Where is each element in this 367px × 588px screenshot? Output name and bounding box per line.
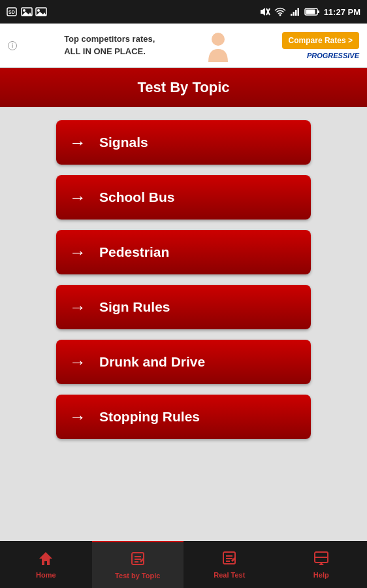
ad-right: Compare Rates > PROGRESSIVE (282, 32, 359, 59)
image2-icon (35, 7, 47, 16)
time-display: 11:27 PM (324, 7, 360, 17)
svg-rect-14 (293, 12, 295, 16)
compare-rates-button[interactable]: Compare Rates > (282, 32, 359, 49)
topic-label: Stopping Rules (99, 409, 200, 425)
image-icon (21, 7, 33, 16)
svg-rect-19 (306, 10, 315, 14)
nav-item-help[interactable]: Help (276, 541, 368, 588)
arrow-icon: → (69, 242, 86, 263)
topic-button-pedestrian[interactable]: →Pedestrian (56, 230, 311, 274)
bottom-nav: HomeTest by TopicReal TestHelp (0, 541, 367, 588)
battery-icon (304, 7, 320, 16)
ad-banner: i Top competitors rates, ALL IN ONE PLAC… (0, 24, 367, 68)
nav-item-home[interactable]: Home (0, 541, 92, 588)
test-by-topic-icon (131, 551, 145, 570)
svg-rect-13 (291, 14, 293, 16)
real-test-icon (222, 551, 236, 569)
topic-button-stopping-rules[interactable]: →Stopping Rules (56, 395, 311, 439)
svg-text:SD: SD (8, 10, 15, 14)
svg-marker-7 (36, 12, 46, 16)
topic-label: School Bus (99, 189, 175, 205)
svg-point-20 (212, 33, 225, 46)
svg-point-3 (23, 9, 25, 12)
mute-icon (260, 7, 270, 16)
ad-line1: Top competitors rates, (64, 33, 155, 45)
nav-label-real-test: Real Test (214, 571, 245, 579)
ad-info-icon[interactable]: i (8, 41, 17, 50)
help-icon (313, 551, 329, 569)
status-bar: SD (0, 0, 367, 24)
svg-marker-4 (22, 12, 32, 16)
nav-label-test-by-topic: Test by Topic (115, 572, 160, 580)
ad-logo: PROGRESSIVE (307, 52, 359, 59)
svg-rect-9 (261, 10, 263, 14)
ad-line2: ALL IN ONE PLACE. (64, 46, 155, 57)
svg-point-6 (37, 9, 40, 12)
nav-label-home: Home (36, 571, 56, 579)
svg-marker-8 (263, 8, 265, 16)
status-bar-left: SD (7, 7, 47, 16)
wifi-icon (274, 7, 286, 16)
topic-button-drunk-and-drive[interactable]: →Drunk and Drive (56, 340, 311, 384)
arrow-icon: → (69, 407, 86, 427)
header: Test By Topic (0, 68, 367, 107)
topic-label: Sign Rules (99, 299, 170, 315)
ad-text: Top competitors rates, ALL IN ONE PLACE. (64, 33, 155, 57)
topic-label: Pedestrian (99, 244, 169, 260)
svg-rect-15 (295, 10, 297, 16)
arrow-icon: → (69, 188, 86, 208)
topic-button-signals[interactable]: →Signals (56, 120, 311, 165)
topic-button-sign-rules[interactable]: →Sign Rules (56, 285, 311, 329)
nav-item-test-by-topic[interactable]: Test by Topic (92, 541, 184, 588)
ad-illustration (202, 29, 234, 62)
arrow-icon: → (69, 297, 86, 318)
status-bar-right: 11:27 PM (260, 7, 360, 17)
page-title: Test By Topic (138, 79, 230, 96)
signal-icon (290, 7, 300, 16)
topic-button-school-bus[interactable]: →School Bus (56, 175, 311, 220)
topic-label: Signals (99, 135, 148, 150)
sd-icon: SD (7, 7, 18, 16)
arrow-icon: → (69, 352, 86, 372)
main-content: →Signals→School Bus→Pedestrian→Sign Rule… (0, 107, 367, 541)
home-icon (38, 551, 54, 569)
nav-item-real-test[interactable]: Real Test (184, 541, 276, 588)
svg-rect-18 (317, 10, 319, 13)
svg-rect-16 (297, 8, 299, 16)
topic-label: Drunk and Drive (99, 354, 205, 370)
svg-marker-21 (39, 552, 52, 565)
svg-point-12 (279, 14, 281, 16)
arrow-icon: → (69, 133, 86, 153)
nav-label-help: Help (313, 571, 329, 579)
